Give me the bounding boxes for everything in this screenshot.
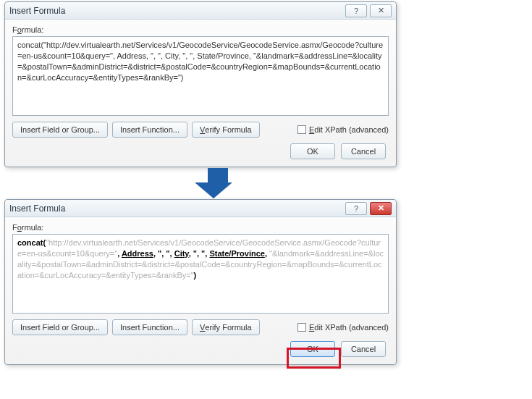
formula-token-close: ) bbox=[194, 271, 197, 280]
close-icon[interactable]: ✕ bbox=[370, 4, 392, 17]
arrow-down-icon bbox=[203, 168, 232, 198]
formula-token-state: State/Province bbox=[209, 249, 264, 258]
insert-formula-dialog-before: Insert Formula ? ✕ Formula: concat("http… bbox=[4, 1, 397, 167]
formula-token-address: Address bbox=[122, 249, 153, 258]
formula-textarea[interactable]: concat("http://dev.virtualearth.net/Serv… bbox=[12, 36, 389, 116]
window-buttons: ? ✕ bbox=[345, 202, 392, 215]
cancel-button[interactable]: Cancel bbox=[341, 341, 386, 357]
ok-button[interactable]: OK bbox=[290, 143, 335, 159]
checkbox-box-icon bbox=[297, 323, 306, 332]
cancel-button[interactable]: Cancel bbox=[341, 143, 386, 159]
close-icon[interactable]: ✕ bbox=[370, 202, 392, 215]
formula-token-q2: ", " bbox=[193, 249, 206, 258]
dialog-title: Insert Formula bbox=[9, 203, 345, 214]
dialog-title: Insert Formula bbox=[9, 6, 345, 16]
formula-token-city: City bbox=[174, 249, 189, 258]
insert-function-button[interactable]: Insert Function... bbox=[112, 319, 187, 335]
edit-xpath-label: Edit XPath (advanced) bbox=[309, 125, 389, 134]
checkbox-box-icon bbox=[297, 125, 306, 134]
verify-formula-button[interactable]: Verify Formula bbox=[192, 122, 260, 138]
ok-button[interactable]: OK bbox=[290, 341, 335, 357]
edit-xpath-label: Edit XPath (advanced) bbox=[309, 323, 389, 332]
insert-field-group-button[interactable]: Insert Field or Group... bbox=[12, 122, 108, 138]
formula-token-q1: ", " bbox=[158, 249, 170, 258]
insert-field-group-button[interactable]: Insert Field or Group... bbox=[12, 319, 108, 335]
formula-token-concat: concat( bbox=[17, 238, 46, 247]
formula-label: Formula: bbox=[12, 223, 389, 232]
formula-label: Formula: bbox=[12, 25, 389, 34]
edit-xpath-checkbox[interactable]: Edit XPath (advanced) bbox=[297, 323, 389, 332]
insert-formula-dialog-after: Insert Formula ? ✕ Formula: concat("http… bbox=[4, 199, 397, 365]
titlebar: Insert Formula ? ✕ bbox=[5, 200, 396, 217]
verify-formula-button[interactable]: Verify Formula bbox=[192, 319, 260, 335]
help-icon[interactable]: ? bbox=[345, 202, 367, 215]
titlebar: Insert Formula ? ✕ bbox=[5, 2, 396, 20]
window-buttons: ? ✕ bbox=[345, 4, 392, 17]
formula-textarea[interactable]: concat("http://dev.virtualearth.net/Serv… bbox=[12, 234, 389, 314]
insert-function-button[interactable]: Insert Function... bbox=[112, 122, 187, 138]
help-icon[interactable]: ? bbox=[345, 4, 367, 17]
edit-xpath-checkbox[interactable]: Edit XPath (advanced) bbox=[297, 125, 389, 134]
